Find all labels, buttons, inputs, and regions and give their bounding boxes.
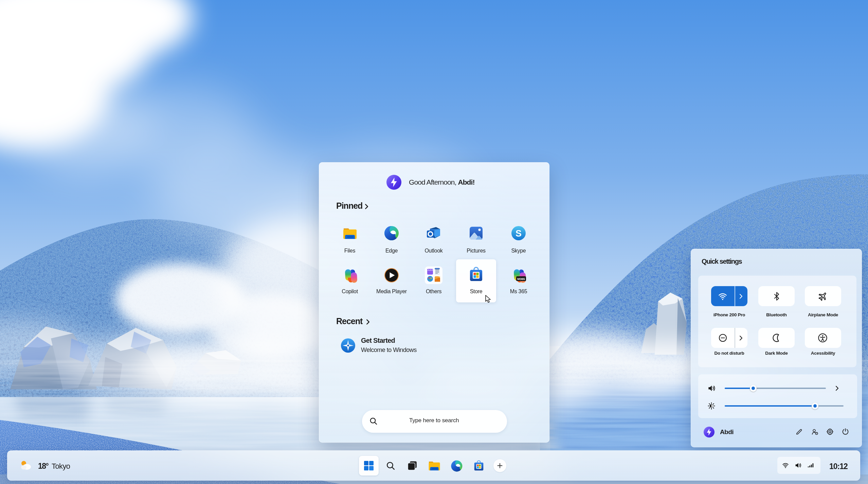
svg-text:M365: M365 bbox=[517, 277, 525, 281]
svg-text:S: S bbox=[516, 228, 522, 239]
